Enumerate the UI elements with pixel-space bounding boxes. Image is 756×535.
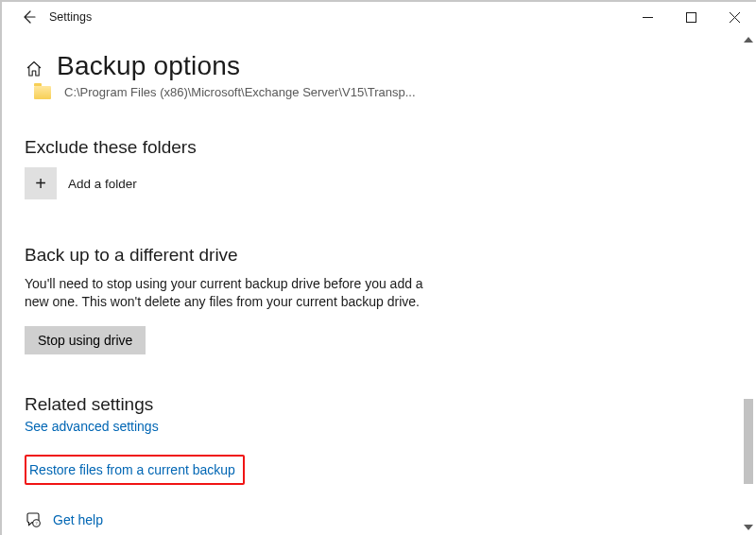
page-title: Backup options bbox=[57, 51, 240, 81]
current-folder-row[interactable]: C:\Program Files (x86)\Microsoft\Exchang… bbox=[34, 85, 718, 99]
arrow-left-icon bbox=[21, 9, 36, 25]
get-help-label: Get help bbox=[53, 512, 103, 527]
get-help-link[interactable]: ? Get help bbox=[25, 511, 718, 528]
page-header: Backup options bbox=[25, 51, 718, 81]
scroll-down-button[interactable] bbox=[741, 520, 756, 535]
maximize-icon bbox=[686, 12, 696, 23]
home-icon bbox=[26, 60, 43, 78]
window-controls bbox=[626, 2, 756, 32]
plus-icon: + bbox=[25, 167, 57, 199]
advanced-settings-link[interactable]: See advanced settings bbox=[25, 419, 159, 434]
titlebar: Settings bbox=[2, 2, 756, 32]
current-folder-path: C:\Program Files (x86)\Microsoft\Exchang… bbox=[64, 85, 416, 99]
folder-icon bbox=[34, 86, 51, 99]
related-heading: Related settings bbox=[25, 394, 718, 415]
add-folder-button[interactable]: + Add a folder bbox=[25, 167, 718, 199]
close-button[interactable] bbox=[713, 2, 756, 32]
restore-link-highlight: Restore files from a current backup bbox=[25, 455, 245, 485]
minimize-button[interactable] bbox=[626, 2, 669, 32]
different-drive-body: You'll need to stop using your current b… bbox=[25, 275, 431, 311]
chevron-down-icon bbox=[744, 525, 753, 530]
related-settings-section: Related settings See advanced settings R… bbox=[25, 394, 718, 485]
restore-files-link[interactable]: Restore files from a current backup bbox=[29, 462, 235, 477]
exclude-heading: Exclude these folders bbox=[25, 137, 718, 158]
exclude-section: Exclude these folders + Add a folder bbox=[25, 137, 718, 199]
close-icon bbox=[730, 12, 740, 23]
chat-help-icon: ? bbox=[25, 511, 42, 528]
scroll-thumb[interactable] bbox=[744, 399, 753, 484]
svg-rect-1 bbox=[686, 12, 696, 22]
minimize-icon bbox=[643, 12, 653, 23]
vertical-scrollbar[interactable] bbox=[741, 32, 756, 535]
chevron-up-icon bbox=[744, 37, 753, 43]
add-folder-label: Add a folder bbox=[68, 177, 137, 191]
back-button[interactable] bbox=[8, 2, 49, 32]
maximize-button[interactable] bbox=[669, 2, 713, 32]
content-area: Backup options C:\Program Files (x86)\Mi… bbox=[2, 32, 756, 535]
different-drive-section: Back up to a different drive You'll need… bbox=[25, 245, 718, 354]
scroll-up-button[interactable] bbox=[741, 32, 756, 47]
home-button[interactable] bbox=[25, 60, 43, 78]
stop-using-drive-button[interactable]: Stop using drive bbox=[25, 326, 146, 354]
window-title: Settings bbox=[49, 10, 92, 24]
different-drive-heading: Back up to a different drive bbox=[25, 245, 718, 266]
